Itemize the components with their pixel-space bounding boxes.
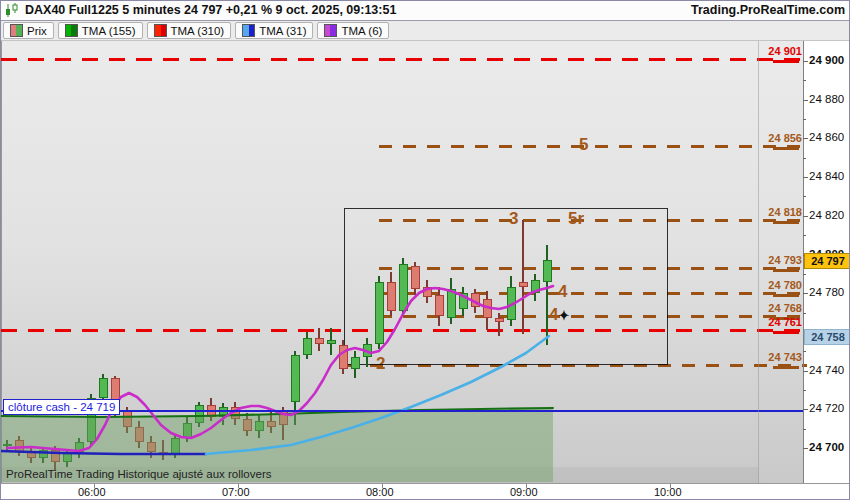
candle[interactable] [507, 287, 516, 320]
star-marker: ✦ [558, 308, 569, 323]
legend-item-tma-155[interactable]: TMA (155) [58, 22, 143, 39]
level-line-24793[interactable] [379, 267, 807, 270]
candle-wick [186, 417, 188, 442]
legend-item-tma-310[interactable]: TMA (310) [147, 22, 232, 39]
candle[interactable] [3, 444, 12, 446]
candle[interactable] [363, 344, 372, 357]
candle[interactable] [435, 295, 444, 316]
candle[interactable] [231, 407, 240, 419]
candle-wick [78, 438, 80, 458]
candle[interactable] [447, 289, 456, 318]
title-bar: DAX40 Full1225 5 minutes 24 797 +0,21 % … [1, 1, 850, 21]
candle[interactable] [75, 442, 84, 452]
candle[interactable] [351, 357, 360, 369]
level-label-24743: 24 743 [768, 351, 802, 363]
candle[interactable] [207, 405, 216, 417]
candle[interactable] [15, 440, 24, 452]
candle[interactable] [159, 452, 168, 454]
candle[interactable] [303, 338, 312, 355]
price-axis-label-24700: 24 700 [809, 441, 844, 453]
price-axis-tick [803, 216, 808, 217]
candle-wick [354, 351, 356, 378]
candle[interactable] [483, 299, 492, 318]
candle[interactable] [63, 452, 72, 462]
price-axis-minor-tick [803, 119, 806, 120]
level-label-24818: 24 818 [768, 206, 802, 218]
candle[interactable] [495, 318, 504, 322]
box-annotation[interactable] [344, 208, 668, 365]
candle[interactable] [279, 411, 288, 425]
candle[interactable] [531, 280, 540, 293]
info-strip [1, 467, 759, 483]
candle-wick [30, 446, 32, 463]
price-chart[interactable]: 24 90124 856524 81835r24 79324 780424 76… [1, 1, 850, 500]
candle[interactable] [135, 427, 144, 442]
candle[interactable] [219, 407, 228, 417]
candle[interactable] [51, 450, 60, 462]
candle[interactable] [267, 421, 276, 427]
candle[interactable] [171, 438, 180, 454]
candle-wick [222, 403, 224, 425]
candle[interactable] [411, 266, 420, 289]
last-price-badge: 24 797 [804, 253, 850, 269]
legend-item-tma-6[interactable]: TMA (6) [317, 22, 389, 39]
level-line-24818[interactable] [379, 219, 807, 222]
candle-wick [66, 450, 68, 467]
order-level-badge[interactable]: 24 758 [804, 329, 850, 345]
candle[interactable] [99, 378, 108, 398]
level-line-24761[interactable] [1, 329, 807, 332]
candle-wick [342, 340, 344, 374]
price-axis-tick [803, 448, 808, 449]
legend-label: TMA (310) [171, 25, 225, 37]
candle[interactable] [111, 378, 120, 411]
level-label-24793: 24 793 [768, 254, 802, 266]
candle[interactable] [147, 442, 156, 452]
legend-swatch [154, 24, 167, 37]
candle[interactable] [291, 355, 300, 402]
candle[interactable] [255, 421, 264, 431]
price-axis-tick [803, 177, 808, 178]
candle[interactable] [399, 264, 408, 311]
level-line-24743[interactable] [346, 364, 807, 367]
candle[interactable] [195, 405, 204, 423]
candle[interactable] [87, 398, 96, 442]
candle[interactable] [423, 287, 432, 297]
price-axis-tick [803, 100, 808, 101]
tma31-line-rising [206, 336, 549, 454]
candle-wick [366, 338, 368, 367]
level-line-24901[interactable] [1, 58, 807, 61]
legend-item-prix[interactable]: Prix [3, 22, 54, 39]
legend-item-tma-31[interactable]: TMA (31) [235, 22, 313, 39]
candle[interactable] [315, 338, 324, 344]
candle[interactable] [123, 411, 132, 427]
candle-wick [258, 415, 260, 438]
candle-wick [546, 245, 548, 345]
time-axis-tick [670, 484, 671, 488]
candle[interactable] [27, 452, 36, 458]
candle-wick [234, 402, 236, 425]
candle[interactable] [387, 282, 396, 311]
level-line-24780[interactable] [379, 292, 807, 295]
price-axis-tick [803, 409, 808, 410]
time-axis-tick [382, 484, 383, 488]
candle[interactable] [183, 423, 192, 438]
candle[interactable] [543, 260, 552, 282]
candle[interactable] [327, 340, 336, 344]
candle[interactable] [459, 293, 468, 309]
candle[interactable] [39, 450, 48, 458]
candle-wick [426, 280, 428, 303]
candle[interactable] [339, 345, 348, 369]
price-axis-area [803, 41, 850, 500]
candle-wick [318, 328, 320, 351]
candle-wick [282, 407, 284, 440]
candle[interactable] [471, 293, 480, 307]
cash-close-label[interactable]: clôture cash - 24 719 [3, 399, 120, 415]
candle[interactable] [243, 419, 252, 431]
legend-swatch [242, 24, 255, 37]
candle[interactable] [519, 282, 528, 287]
level-line-24768[interactable] [379, 315, 807, 318]
level-line-24856[interactable] [379, 145, 807, 148]
candle[interactable] [375, 282, 384, 344]
wave-label-2: 2 [376, 355, 385, 372]
level-label-24901: 24 901 [768, 45, 802, 57]
